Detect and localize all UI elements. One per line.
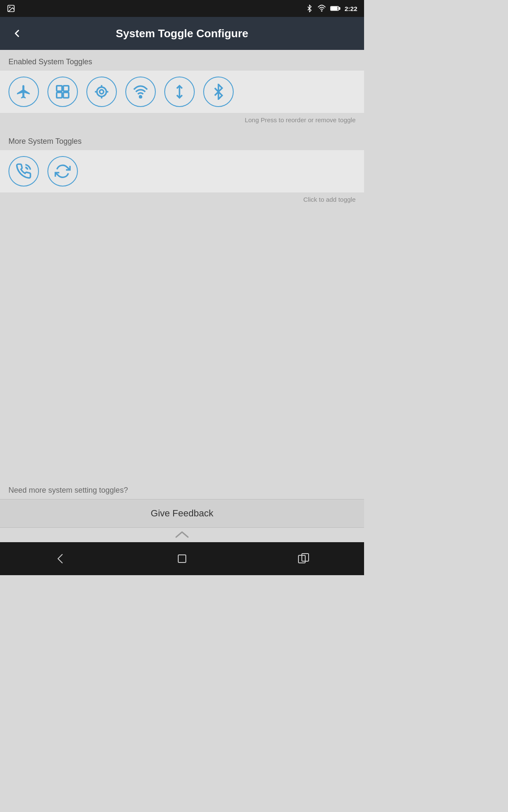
navigation-bar [0, 542, 364, 575]
nav-back-button[interactable] [53, 551, 68, 566]
status-time: 2:22 [345, 5, 357, 12]
wifi-status-icon [318, 4, 326, 13]
svg-point-2 [321, 11, 322, 11]
svg-rect-5 [331, 7, 337, 10]
sync-toggle[interactable] [47, 156, 78, 187]
phone-icon [16, 163, 32, 179]
airplane-icon [16, 84, 32, 100]
svg-rect-6 [57, 86, 62, 91]
nav-recents-icon [296, 551, 311, 566]
feedback-question: Need more system setting toggles? [0, 478, 364, 499]
location-toggle[interactable] [86, 77, 117, 107]
status-bar-right: 2:22 [306, 4, 357, 13]
main-content: Enabled System Toggles [0, 50, 364, 209]
nav-recents-button[interactable] [296, 551, 311, 566]
svg-point-10 [99, 90, 104, 94]
bottom-section: Need more system setting toggles? Give F… [0, 478, 364, 541]
photo-icon [7, 4, 15, 13]
page-title: System Toggle Configure [116, 27, 248, 40]
add-toggle-hint: Click to add toggle [0, 192, 364, 209]
sync-icon [55, 163, 71, 179]
svg-rect-18 [178, 555, 186, 562]
airplane-toggle[interactable] [8, 77, 39, 107]
bluetooth-status-icon [306, 5, 313, 12]
svg-point-1 [9, 7, 10, 8]
more-toggles-row [0, 150, 364, 192]
chevron-up-icon [174, 530, 190, 539]
nav-home-button[interactable] [174, 551, 190, 566]
status-bar: 2:22 [0, 0, 364, 17]
battery-status-icon [330, 5, 340, 12]
top-bar: System Toggle Configure [0, 17, 364, 50]
enabled-section-title: Enabled System Toggles [0, 50, 364, 71]
data-toggle[interactable] [164, 77, 195, 107]
bluetooth-toggle[interactable] [203, 77, 234, 107]
svg-rect-8 [57, 93, 62, 98]
phone-toggle[interactable] [8, 156, 39, 187]
location-icon [94, 84, 110, 100]
give-feedback-button[interactable]: Give Feedback [0, 499, 364, 528]
wifi-toggle[interactable] [125, 77, 156, 107]
svg-rect-9 [64, 93, 69, 98]
data-icon [171, 84, 188, 100]
reorder-hint: Long Press to reorder or remove toggle [0, 113, 364, 129]
back-button[interactable] [8, 25, 25, 42]
nav-home-icon [174, 551, 190, 566]
bluetooth-icon [210, 84, 226, 100]
wifi-icon [133, 84, 149, 100]
svg-point-16 [140, 96, 142, 98]
svg-rect-7 [64, 86, 69, 91]
screen-toggle[interactable] [47, 77, 78, 107]
back-icon [11, 27, 23, 39]
screen-icon [55, 84, 71, 100]
more-section-title: More System Toggles [0, 129, 364, 150]
svg-point-11 [97, 87, 106, 96]
svg-rect-4 [339, 8, 340, 10]
nav-back-icon [53, 551, 68, 566]
enabled-toggles-row [0, 71, 364, 113]
status-bar-left [7, 4, 15, 13]
chevron-up-area [0, 528, 364, 541]
